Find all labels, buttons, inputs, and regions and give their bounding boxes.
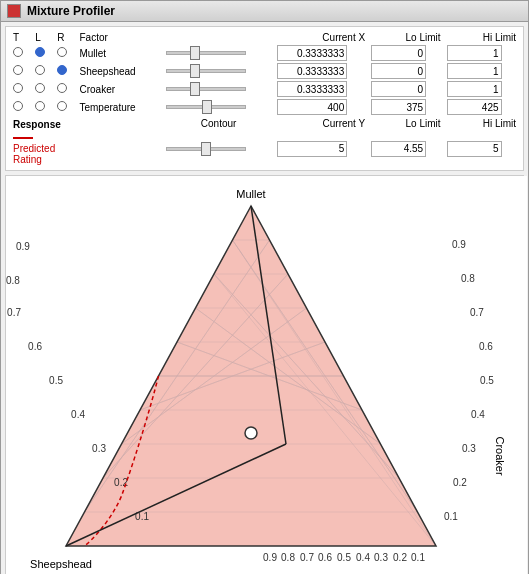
svg-text:0.7: 0.7: [7, 307, 21, 318]
chart-area: Mullet Sheepshead Croaker: [5, 175, 524, 574]
hi-limit-input[interactable]: [447, 63, 502, 79]
svg-text:0.9: 0.9: [16, 241, 30, 252]
factor-row: Sheepshead: [10, 62, 519, 80]
svg-text:0.2: 0.2: [114, 477, 128, 488]
factor-name: Temperature: [76, 98, 163, 116]
svg-text:0.8: 0.8: [281, 552, 295, 563]
current-x-input[interactable]: [277, 45, 347, 61]
svg-text:0.2: 0.2: [393, 552, 407, 563]
lo-limit-input[interactable]: [371, 81, 426, 97]
svg-text:0.4: 0.4: [471, 409, 485, 420]
l-header: L: [32, 31, 54, 44]
response-color-line: [13, 137, 33, 139]
factor-slider[interactable]: [166, 51, 246, 55]
current-x-input[interactable]: [277, 99, 347, 115]
radio-button[interactable]: [35, 65, 45, 75]
radio-button[interactable]: [13, 101, 23, 111]
svg-text:0.6: 0.6: [318, 552, 332, 563]
svg-text:0.1: 0.1: [411, 552, 425, 563]
resp-lo-input[interactable]: [447, 141, 502, 157]
radio-button[interactable]: [57, 83, 67, 93]
lo-limit-input[interactable]: [371, 45, 426, 61]
svg-text:0.9: 0.9: [263, 552, 277, 563]
slider-col-header: [163, 31, 274, 44]
svg-text:0.1: 0.1: [444, 511, 458, 522]
factor-row: Temperature: [10, 98, 519, 116]
svg-text:0.8: 0.8: [6, 275, 20, 286]
factor-name: Croaker: [76, 80, 163, 98]
ternary-chart: Mullet Sheepshead Croaker: [6, 176, 527, 574]
radio-button[interactable]: [13, 47, 23, 57]
lo-limit-input[interactable]: [371, 99, 426, 115]
radio-button[interactable]: [57, 65, 67, 75]
hi-limit-header: Hi Limit: [444, 31, 519, 44]
factor-slider[interactable]: [166, 69, 246, 73]
radio-button[interactable]: [35, 83, 45, 93]
svg-text:0.5: 0.5: [337, 552, 351, 563]
factor-row: Mullet: [10, 44, 519, 62]
svg-text:0.7: 0.7: [470, 307, 484, 318]
window-title: Mixture Profiler: [27, 4, 115, 18]
factor-row: Croaker: [10, 80, 519, 98]
current-y-input[interactable]: [371, 141, 426, 157]
t-header: T: [10, 31, 32, 44]
lo-limit-input[interactable]: [371, 63, 426, 79]
predicted-rating-label: Predicted Rating: [13, 143, 55, 165]
radio-button[interactable]: [35, 101, 45, 111]
window-icon: [7, 4, 21, 18]
radio-button[interactable]: [13, 65, 23, 75]
svg-text:0.3: 0.3: [92, 443, 106, 454]
factor-header: Factor: [76, 31, 163, 44]
current-x-header: Current X: [274, 31, 368, 44]
contour-label: Contour: [163, 116, 274, 131]
svg-text:0.5: 0.5: [480, 375, 494, 386]
hi-limit-input[interactable]: [447, 45, 502, 61]
svg-text:0.4: 0.4: [71, 409, 85, 420]
svg-text:0.2: 0.2: [453, 477, 467, 488]
radio-button[interactable]: [57, 101, 67, 111]
resp-lo-label: Lo Limit: [368, 116, 443, 131]
factor-name: Mullet: [76, 44, 163, 62]
bottom-right-label: Croaker: [494, 436, 506, 475]
lo-limit-header: Lo Limit: [368, 31, 443, 44]
response-data-row: Predicted Rating: [10, 131, 519, 166]
radio-button[interactable]: [57, 47, 67, 57]
svg-text:0.8: 0.8: [461, 273, 475, 284]
svg-text:0.3: 0.3: [462, 443, 476, 454]
r-header: R: [54, 31, 76, 44]
factor-name: Sheepshead: [76, 62, 163, 80]
current-point-marker: [245, 427, 257, 439]
contour-input[interactable]: [277, 141, 347, 157]
hi-limit-input[interactable]: [447, 99, 502, 115]
svg-text:0.6: 0.6: [479, 341, 493, 352]
current-x-input[interactable]: [277, 81, 347, 97]
response-slider[interactable]: [166, 147, 246, 151]
svg-text:0.7: 0.7: [300, 552, 314, 563]
factor-table: T L R Factor Current X Lo Limit Hi Limit…: [10, 31, 519, 166]
bottom-left-label: Sheepshead: [30, 558, 92, 570]
svg-text:0.6: 0.6: [28, 341, 42, 352]
current-y-label: Current Y: [274, 116, 368, 131]
control-panel: T L R Factor Current X Lo Limit Hi Limit…: [5, 26, 524, 171]
svg-text:0.5: 0.5: [49, 375, 63, 386]
response-label: Response: [10, 116, 76, 131]
radio-button[interactable]: [35, 47, 45, 57]
top-vertex-label: Mullet: [236, 188, 265, 200]
resp-hi-label: Hi Limit: [444, 116, 519, 131]
svg-text:0.3: 0.3: [374, 552, 388, 563]
current-x-input[interactable]: [277, 63, 347, 79]
svg-text:0.4: 0.4: [356, 552, 370, 563]
radio-button[interactable]: [13, 83, 23, 93]
factor-slider[interactable]: [166, 105, 246, 109]
factor-slider[interactable]: [166, 87, 246, 91]
hi-limit-input[interactable]: [447, 81, 502, 97]
title-bar: Mixture Profiler: [1, 1, 528, 22]
mixture-profiler-window: Mixture Profiler T L R Factor Current X …: [0, 0, 529, 574]
svg-text:0.9: 0.9: [452, 239, 466, 250]
